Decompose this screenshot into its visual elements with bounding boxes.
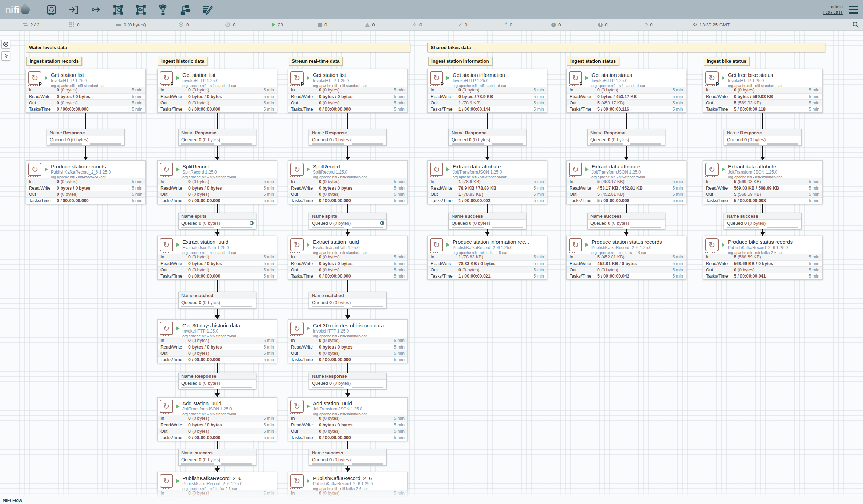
relationship-name: Response xyxy=(465,130,486,135)
connection-label[interactable]: Name Response Queued 0 (0 bytes) xyxy=(178,129,256,146)
processor-node[interactable]: ↻ Extract data attribute JoltTransformJS… xyxy=(566,160,686,204)
running-icon xyxy=(272,22,275,27)
processor-node[interactable]: ↻P Get station list InvokeHTTP 1.25.0 or… xyxy=(288,69,408,113)
processor-node[interactable]: ↻P Get station information InvokeHTTP 1.… xyxy=(427,69,547,113)
connection-label[interactable]: Name matched Queued 0 (0 bytes) xyxy=(309,292,387,309)
flow-section-label[interactable]: Ingest historic data xyxy=(158,57,207,66)
queued-size: (0 bytes) xyxy=(748,221,766,226)
queued-size: (0 bytes) xyxy=(71,137,89,142)
connection-label[interactable]: Name Response Queued 0 (0 bytes) xyxy=(309,129,387,146)
input-port-icon[interactable] xyxy=(68,4,80,16)
connection-label[interactable]: Name success Queued 0 (0 bytes) xyxy=(309,449,387,466)
processor-stat-row: Tasks/Time 5 / 00:00:00.008 5 min xyxy=(703,197,822,203)
processor-name: Extract station_uuid xyxy=(182,239,236,245)
breadcrumb[interactable]: NiFi Flow xyxy=(3,498,22,503)
processor-stat-row: Out 0 (0 bytes) 5 min xyxy=(288,191,407,197)
processor-stat-row: Tasks/Time 0 / 00:00:00.000 5 min xyxy=(158,197,277,203)
connection-arrowhead-icon xyxy=(215,468,220,472)
flow-section-label[interactable]: Ingest bike status xyxy=(704,57,750,66)
processor-type: InvokeHTTP 1.25.0 xyxy=(51,78,105,83)
processor-node[interactable]: ↻ Extract station_uuid EvaluateJsonPath … xyxy=(157,236,277,280)
processor-node[interactable]: ↻P Get station status InvokeHTTP 1.25.0 … xyxy=(566,69,686,113)
processor-node[interactable]: ↻ Produce bike status records PublishKaf… xyxy=(703,236,823,280)
connection-label[interactable]: Name Response Queued 0 (0 bytes) xyxy=(47,129,125,146)
label-icon[interactable] xyxy=(202,4,213,16)
flow-section-label[interactable]: Ingest station information xyxy=(428,57,492,66)
processor-node[interactable]: ↻ Produce station status records Publish… xyxy=(566,236,686,280)
running-state-icon xyxy=(307,167,310,171)
flow-section-label[interactable]: Ingest station status xyxy=(567,57,619,66)
relationship-name: splits xyxy=(325,214,337,219)
connection-label[interactable]: Name success Queued 0 (0 bytes) xyxy=(724,213,802,229)
processor-node[interactable]: ↻ SplitRecord SplitRecord 1.25.0 org.apa… xyxy=(157,160,277,204)
processor-node[interactable]: ↻ Get 30 minutes of historic data Invoke… xyxy=(288,319,408,363)
processor-type-icon: ↻ xyxy=(290,163,304,176)
flow-section-label[interactable]: Ingest station records xyxy=(26,57,82,66)
connection-label[interactable]: Name splits Queued 0 (0 bytes) xyxy=(178,213,256,229)
running-state-icon xyxy=(585,243,589,247)
processor-type: InvokeHTTP 1.25.0 xyxy=(728,78,782,83)
operate-palette-button[interactable] xyxy=(1,51,10,61)
connection-label[interactable]: Name Response Queued 0 (0 bytes) xyxy=(724,129,802,146)
refresh-icon[interactable]: ↻ xyxy=(693,22,697,28)
processor-icon[interactable] xyxy=(46,4,57,16)
connection-label[interactable]: Name splits Queued 0 (0 bytes) xyxy=(309,213,387,229)
load-balance-icon xyxy=(250,221,254,225)
processor-bundle: org.apache.nifi - nifi-standard-nar xyxy=(591,83,645,88)
funnel-icon[interactable] xyxy=(157,4,169,16)
connection-label[interactable]: Name Response Queued 0 (0 bytes) xyxy=(309,373,387,389)
flow-canvas[interactable]: Name Response Queued 0 (0 bytes) Name Re… xyxy=(0,31,863,504)
processor-node[interactable]: ↻ SplitRecord SplitRecord 1.25.0 org.apa… xyxy=(288,160,408,204)
queue-percent-bars xyxy=(309,463,386,465)
connection-label[interactable]: Name success Queued 0 (0 bytes) xyxy=(448,213,526,229)
processor-stat-row: In 0 (0 bytes) 5 min xyxy=(26,87,145,93)
processor-node[interactable]: ↻ Produce station records PublishKafkaRe… xyxy=(26,160,146,204)
processor-node[interactable]: ↻P Get station list InvokeHTTP 1.25.0 or… xyxy=(157,69,277,113)
connection-label[interactable]: Name matched Queued 0 (0 bytes) xyxy=(178,292,256,309)
processor-node[interactable]: ↻P Get station list InvokeHTTP 1.25.0 or… xyxy=(26,69,146,113)
navigate-palette-button[interactable] xyxy=(1,40,10,49)
logo-text-fi: fi xyxy=(14,4,19,16)
transmitting-icon xyxy=(178,22,184,27)
relationship-name: success xyxy=(325,450,343,455)
remote-process-group-icon[interactable] xyxy=(135,4,147,16)
processor-stat-row: Out 0 (0 bytes) 5 min xyxy=(158,99,277,106)
connection-label[interactable]: Name Response Queued 0 (0 bytes) xyxy=(448,129,526,146)
global-menu-icon[interactable] xyxy=(849,6,858,14)
processor-node[interactable]: ↻ Get 30 days historic data InvokeHTTP 1… xyxy=(157,319,277,363)
processor-node[interactable]: ↻ Add station_uuid JoltTransformJSON 1.2… xyxy=(288,397,408,441)
sync-failure-icon: ? xyxy=(645,22,648,27)
group-label[interactable]: Shared bikes data xyxy=(427,43,825,52)
connection-label[interactable]: Name success Queued 0 (0 bytes) xyxy=(587,213,665,229)
flow-section-label[interactable]: Stream real-time data xyxy=(289,57,343,66)
output-port-icon[interactable] xyxy=(90,4,102,16)
processor-node[interactable]: ↻ Produce station information rec... Pub… xyxy=(427,236,547,280)
connection-label[interactable]: Name Response Queued 0 (0 bytes) xyxy=(178,373,256,389)
processor-type-icon: ↻ xyxy=(569,163,582,176)
queue-percent-bars xyxy=(179,306,256,308)
last-refresh: ↻ 13:30:25 GMT xyxy=(693,22,730,28)
group-label[interactable]: Water levels data xyxy=(26,43,410,52)
primary-node-badge: P xyxy=(300,82,304,86)
processor-type-icon: ↻ xyxy=(290,238,304,251)
queue-percent-bars xyxy=(179,387,256,389)
template-icon[interactable] xyxy=(179,4,191,16)
process-group-icon[interactable] xyxy=(112,4,124,16)
up-to-date-icon: ✓ xyxy=(458,22,462,27)
processor-type: PublishKafkaRecord_2_6 1.25.0 xyxy=(182,481,242,486)
running-state-icon xyxy=(176,326,180,330)
queued-status: 0 (0 bytes) xyxy=(116,22,178,27)
processor-node[interactable]: ↻ Extract data attribute JoltTransformJS… xyxy=(703,160,823,204)
processor-node[interactable]: ↻ Extract data attribute JoltTransformJS… xyxy=(427,160,547,204)
processor-type: InvokeHTTP 1.25.0 xyxy=(182,78,236,83)
processor-node[interactable]: ↻ Extract station_uuid EvaluateJsonPath … xyxy=(288,236,408,280)
logout-link[interactable]: LOG OUT xyxy=(823,10,843,15)
locally-modified-status: * 0 xyxy=(505,22,551,27)
processor-node[interactable]: ↻P Get free bike status InvokeHTTP 1.25.… xyxy=(703,69,823,113)
connection-label[interactable]: Name success Queued 0 (0 bytes) xyxy=(178,449,256,466)
processor-stat-row: Out 0 (0 bytes) 5 min xyxy=(26,191,145,197)
processor-node[interactable]: ↻ Add station_uuid JoltTransformJSON 1.2… xyxy=(157,397,277,441)
connection-arrowhead-icon xyxy=(345,232,350,236)
search-icon[interactable] xyxy=(852,21,860,29)
connection-label[interactable]: Name Response Queued 0 (0 bytes) xyxy=(587,129,665,146)
